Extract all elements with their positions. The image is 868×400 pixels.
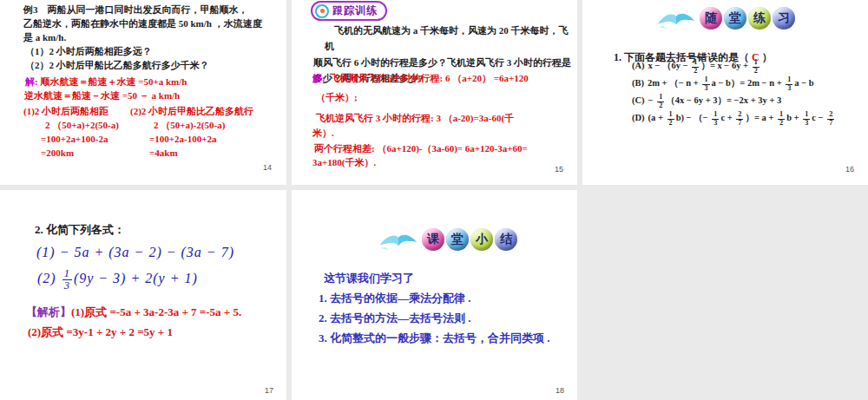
slide-thumbnail-18[interactable]: 课 堂 小 结 这节课我们学习了 1. 去括号的依据—乘法分配律 . 2. 去括… xyxy=(292,190,577,400)
solution-col-left: 2 （50+a)+2(50-a) xyxy=(45,120,119,132)
problem-line: 机 xyxy=(325,41,334,53)
jie-label: 解: xyxy=(25,76,38,87)
badge-target-icon xyxy=(315,4,329,18)
analysis-line: (2)原式 =3y-1 + 2y + 2 =5y + 1 xyxy=(28,325,173,339)
slide-sorter-view: 例3 两船从同一港口同时出发反向而行，甲船顺水， 乙船逆水，两船在静水中的速度都… xyxy=(0,0,868,400)
slide-title-banner: 随 堂 练 习 xyxy=(656,7,795,30)
summary-line: 1. 去括号的依据—乘法分配律 . xyxy=(319,292,471,305)
slide-thumbnail-16[interactable]: 随 堂 练 习 1. 下面各题去括号错误的是（ C ） (A)x − （6y −… xyxy=(582,0,868,185)
problem-line: 乙船逆水，两船在静水中的速度都是 50 km/h ，水流速度 xyxy=(23,18,262,30)
problem-line: （2）2 小时后甲船比乙船多航行多少千米？ xyxy=(25,60,209,72)
solution-col-left: =200km xyxy=(41,148,74,160)
option-label: (D) xyxy=(632,113,645,122)
solution-col-right: (2)2 小时后甲船比乙船多航行 xyxy=(130,106,253,118)
title-ball: 随 xyxy=(700,7,722,30)
summary-line: 3. 化简整式的一般步骤：去括号，合并同类项 . xyxy=(319,331,550,345)
question-close: ） xyxy=(760,51,773,63)
problem-line: 例3 两船从同一港口同时出发反向而行，甲船顺水， xyxy=(23,4,248,16)
summary-line: 2. 去括号的方法—去括号法则 . xyxy=(319,311,471,325)
option-row: (B)2m + （− n + 13a − b）= 2m − n + 13a − … xyxy=(632,76,814,92)
solution-col-right: =100+2a-100+2a xyxy=(149,134,216,146)
title-ball: 习 xyxy=(773,7,795,30)
open-book-icon xyxy=(378,229,418,251)
option-formula: (a + 12b) − （− 13c + 27）= a + 12b + 13c … xyxy=(648,113,837,122)
expression-2: (2) 13(9y − 3) + 2(y + 1) xyxy=(37,268,198,292)
problem-line: （1）2 小时后两船相距多远？ xyxy=(25,46,152,58)
jie-label: 解: xyxy=(312,73,326,85)
problem-line: 飞机的无风航速为 a 千米每时，风速为 20 千米每时，飞 xyxy=(334,25,569,37)
solution-text: 顺水航速＝船速＋水速 =50+a km/h xyxy=(40,76,187,87)
option-row: (A)x − （6y − 12）= x − 6y + 12 xyxy=(632,59,761,75)
solution-line: 飞机逆风飞行 3 小时的行程: 3 （a-20)=3a-60(千 xyxy=(316,113,514,125)
page-number: 14 xyxy=(263,163,272,172)
tracking-practice-badge: 跟踪训练 xyxy=(311,1,387,21)
exercise-heading: 2. 化简下列各式： xyxy=(35,223,125,237)
solution-col-right: 2 （50+a)-2(50-a) xyxy=(154,120,225,132)
solution-col-left: =100+2a+100-2a xyxy=(41,134,108,146)
solution-line: 逆水航速＝船速－水速 =50 － a km/h xyxy=(24,90,180,102)
title-ball: 堂 xyxy=(446,228,469,251)
badge-label: 跟踪训练 xyxy=(332,3,378,18)
solution-line: 米）. xyxy=(312,128,334,140)
option-formula: 2m + （− n + 13a − b）= 2m − n + 13a − b xyxy=(648,78,814,88)
summary-line: 这节课我们学习了 xyxy=(324,272,414,285)
title-ball: 小 xyxy=(470,228,493,251)
slide-thumbnail-17[interactable]: 2. 化简下列各式： (1) − 5a + (3a − 2) − (3a − 7… xyxy=(0,190,286,400)
open-book-icon xyxy=(656,8,696,30)
analysis-line: 【解析】(1)原式 =-5a + 3a-2-3a + 7 =-5a + 5. xyxy=(26,305,241,319)
title-ball: 练 xyxy=(748,7,771,30)
solution-line-overlapped: 飞机顺风飞行6小时的行程: 6 （a+20） =6a+120 xyxy=(330,73,529,85)
page-number: 16 xyxy=(845,165,854,174)
problem-line: 顺风飞行 6 小时的行程是多少？飞机逆风飞行 3 小时的行程是 xyxy=(313,57,571,69)
page-number: 15 xyxy=(555,165,563,174)
option-formula: − 12（4x − 6y + 3）= −2x + 3y + 3 xyxy=(648,95,782,105)
option-label: (C) xyxy=(632,95,645,105)
option-label: (B) xyxy=(632,78,644,88)
solution-col-right: =4akm xyxy=(149,148,178,160)
page-number: 18 xyxy=(556,386,564,395)
solution-line: 两个行程相差: （6a+120)-（3a-60)= 6a+120-3a+60= xyxy=(314,143,528,155)
title-ball: 堂 xyxy=(724,7,746,30)
option-formula: x − （6y − 12）= x − 6y + 12 xyxy=(648,61,761,70)
solution-col-left: (1)2 小时后两船相距 xyxy=(23,106,108,118)
problem-line: 是 a km/h. xyxy=(23,32,66,44)
expression-1: (1) − 5a + (3a − 2) − (3a − 7) xyxy=(36,244,234,261)
slide-thumbnail-15[interactable]: 跟踪训练 飞机的无风航速为 a 千米每时，风速为 20 千米每时，飞 机 顺风飞… xyxy=(292,0,577,185)
title-ball: 课 xyxy=(422,228,444,251)
option-row: (D)(a + 12b) − （− 13c + 27）= a + 12b + 1… xyxy=(632,111,836,127)
solution-line: （千米）; xyxy=(316,92,358,104)
page-number: 17 xyxy=(265,386,273,395)
slide-title-banner: 课 堂 小 结 xyxy=(378,228,517,251)
analysis-text: (1)原式 =-5a + 3a-2-3a + 7 =-5a + 5. xyxy=(71,305,241,318)
option-row: (C)− 12（4x − 6y + 3）= −2x + 3y + 3 xyxy=(632,94,781,109)
option-label: (A) xyxy=(632,61,645,70)
slide-thumbnail-14[interactable]: 例3 两船从同一港口同时出发反向而行，甲船顺水， 乙船逆水，两船在静水中的速度都… xyxy=(0,0,286,185)
title-ball: 结 xyxy=(495,228,517,251)
solution-line: 3a+180(千米）. xyxy=(312,157,376,169)
jiexi-label: 【解析】 xyxy=(26,305,71,318)
solution-line: 解: 顺水航速＝船速＋水速 =50+a km/h xyxy=(25,76,187,89)
